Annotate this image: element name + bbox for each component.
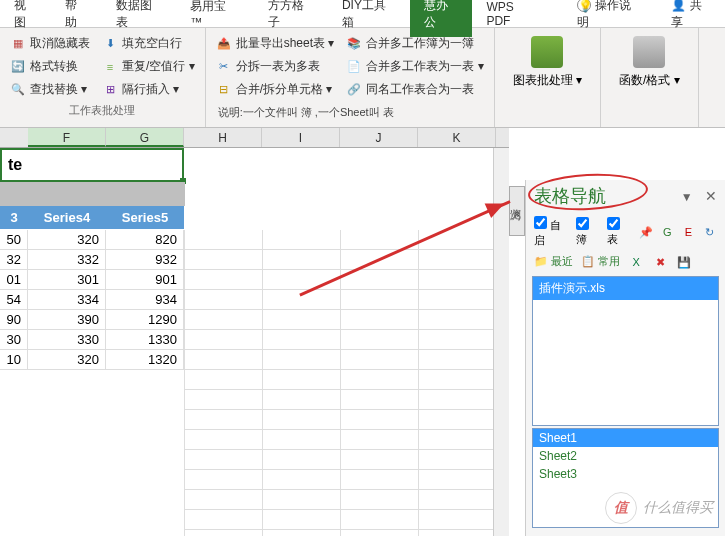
data-cell[interactable]: 390	[28, 310, 106, 330]
ribbon-content: ▦取消隐藏表 🔄格式转换 🔍查找替换 ▾ ⬇填充空白行 ≡重复/空值行 ▾ ⊞隔…	[0, 28, 725, 128]
data-cell[interactable]: 90	[0, 310, 28, 330]
sheet-item-2[interactable]: Sheet2	[533, 447, 718, 465]
merge-sheets-button[interactable]: 📄合并多工作表为一表 ▾	[344, 55, 485, 78]
export2-icon[interactable]: E	[681, 224, 696, 240]
books-icon: 📚	[346, 36, 362, 52]
data-cell[interactable]: 330	[28, 330, 106, 350]
pin-icon[interactable]: ▼	[681, 190, 693, 204]
ribbon-tabs: 视图 帮助 数据图表 易用宝 ™ 方方格子 DIY工具箱 慧办公 WPS PDF…	[0, 0, 725, 28]
close-icon[interactable]: ✕	[705, 188, 717, 204]
sheet-item-3[interactable]: Sheet3	[533, 465, 718, 483]
table-row[interactable]: 50320820	[0, 230, 184, 250]
save-icon[interactable]: 💾	[676, 254, 692, 270]
recent-link[interactable]: 📁 最近	[534, 254, 573, 270]
data-cell[interactable]: 932	[106, 250, 184, 270]
data-cell[interactable]: 320	[28, 230, 106, 250]
col-header-j[interactable]: J	[340, 128, 418, 147]
alt-insert-button[interactable]: ⊞隔行插入 ▾	[100, 78, 197, 101]
lightbulb-icon: 💡	[577, 0, 591, 12]
data-cell[interactable]: 01	[0, 270, 28, 290]
fx-icon	[633, 36, 665, 68]
ribbon-group-3: 图表批处理 ▾	[495, 28, 601, 127]
data-cell[interactable]: 1320	[106, 350, 184, 370]
function-format-button[interactable]: 函数/格式 ▾	[609, 32, 690, 93]
fill-blank-button[interactable]: ⬇填充空白行	[100, 32, 197, 55]
tool-icon[interactable]: ✖	[652, 254, 668, 270]
collapse-panel-button[interactable]: «	[509, 186, 525, 236]
series3-partial: 3	[0, 206, 28, 229]
group-label-1: 工作表批处理	[8, 103, 197, 118]
chart-icon	[531, 36, 563, 68]
merge-same-name-button[interactable]: 🔗同名工作表合为一表	[344, 78, 485, 101]
import-icon[interactable]: G	[660, 224, 675, 240]
data-cell[interactable]: 901	[106, 270, 184, 290]
nav-checkboxes: 自启 簿 表 📌 G E ↻	[530, 214, 721, 250]
series-header-row: 3 Series4 Series5	[0, 206, 184, 229]
share-icon: 👤	[671, 0, 686, 12]
format-convert-button[interactable]: 🔄格式转换	[8, 55, 92, 78]
data-cell[interactable]: 820	[106, 230, 184, 250]
cell-icon: ⊟	[216, 82, 232, 98]
common-link[interactable]: 📋 常用	[581, 254, 620, 270]
data-cell[interactable]: 50	[0, 230, 28, 250]
table-row[interactable]: 32332932	[0, 250, 184, 270]
search-icon: 🔍	[10, 82, 26, 98]
merge-split-cell-button[interactable]: ⊟合并/拆分单元格 ▾	[214, 78, 337, 101]
find-replace-button[interactable]: 🔍查找替换 ▾	[8, 78, 92, 101]
data-rows: 5032082032332932013019015433493490390129…	[0, 230, 184, 370]
table-row[interactable]: 303301330	[0, 330, 184, 350]
selected-cell[interactable]: te	[0, 148, 184, 182]
chart-batch-button[interactable]: 图表批处理 ▾	[503, 32, 592, 93]
col-header-f[interactable]: F	[28, 128, 106, 147]
series5-header: Series5	[106, 206, 184, 229]
group-desc: 说明:一个文件叫 簿 ,一个Sheet叫 表	[214, 101, 486, 124]
watermark-badge: 值	[605, 492, 637, 524]
chk-workbook[interactable]: 簿	[576, 217, 601, 247]
table-row[interactable]: 103201320	[0, 350, 184, 370]
data-cell[interactable]: 301	[28, 270, 106, 290]
grey-header-row	[0, 182, 185, 206]
ribbon-group-1: ▦取消隐藏表 🔄格式转换 🔍查找替换 ▾ ⬇填充空白行 ≡重复/空值行 ▾ ⊞隔…	[0, 28, 206, 127]
data-cell[interactable]: 32	[0, 250, 28, 270]
chk-autostart[interactable]: 自启	[534, 216, 570, 248]
convert-icon: 🔄	[10, 59, 26, 75]
data-cell[interactable]: 320	[28, 350, 106, 370]
chk-sheet[interactable]: 表	[607, 217, 632, 247]
series4-header: Series4	[28, 206, 106, 229]
excel-icon[interactable]: X	[628, 254, 644, 270]
vertical-scrollbar[interactable]	[493, 148, 509, 536]
data-cell[interactable]: 1290	[106, 310, 184, 330]
col-header-k[interactable]: K	[418, 128, 496, 147]
export-icon: 📤	[216, 36, 232, 52]
data-cell[interactable]: 54	[0, 290, 28, 310]
pin2-icon[interactable]: 📌	[639, 224, 654, 240]
table-row[interactable]: 54334934	[0, 290, 184, 310]
workbook-list[interactable]: 插件演示.xls	[532, 276, 719, 426]
table-row[interactable]: 903901290	[0, 310, 184, 330]
sheet-item-1[interactable]: Sheet1	[533, 429, 718, 447]
col-header-h[interactable]: H	[184, 128, 262, 147]
data-cell[interactable]: 30	[0, 330, 28, 350]
data-cell[interactable]: 1330	[106, 330, 184, 350]
data-cell[interactable]: 334	[28, 290, 106, 310]
batch-export-button[interactable]: 📤批量导出sheet表 ▾	[214, 32, 337, 55]
ribbon-group-2: 📤批量导出sheet表 ▾ ✂分拆一表为多表 ⊟合并/拆分单元格 ▾ 📚合并多工…	[206, 28, 495, 127]
data-cell[interactable]: 934	[106, 290, 184, 310]
workbook-item[interactable]: 插件演示.xls	[533, 277, 718, 300]
data-cell[interactable]: 332	[28, 250, 106, 270]
table-icon: ▦	[10, 36, 26, 52]
rows-icon: ≡	[102, 59, 118, 75]
fill-icon: ⬇	[102, 36, 118, 52]
dup-blank-button[interactable]: ≡重复/空值行 ▾	[100, 55, 197, 78]
split-table-button[interactable]: ✂分拆一表为多表	[214, 55, 337, 78]
col-header-i[interactable]: I	[262, 128, 340, 147]
merge-workbooks-button[interactable]: 📚合并多工作簿为一簿	[344, 32, 485, 55]
data-cell[interactable]: 10	[0, 350, 28, 370]
ribbon-group-4: 函数/格式 ▾	[601, 28, 699, 127]
refresh-icon[interactable]: ↻	[702, 224, 717, 240]
spreadsheet[interactable]: F G H I J K te 3 Series4 Series5 5032082…	[0, 128, 509, 536]
table-row[interactable]: 01301901	[0, 270, 184, 290]
nav-panel-title: 表格导航	[534, 184, 606, 208]
col-header-g[interactable]: G	[106, 128, 184, 147]
unhide-sheet-button[interactable]: ▦取消隐藏表	[8, 32, 92, 55]
